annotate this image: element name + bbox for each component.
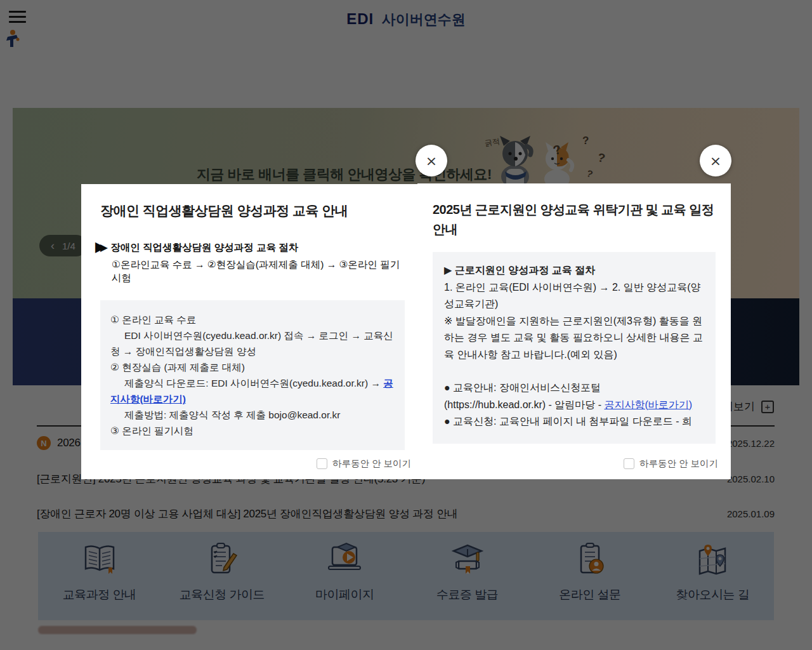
dismiss-today[interactable]: 하루동안 안 보이기	[317, 458, 411, 470]
modal-title: 장애인 직업생활상담원 양성과정 교육 안내	[100, 202, 405, 220]
procedure-heading: ▶ 장애인 직업생활상담원 양성과정 교육 절차	[100, 241, 405, 255]
close-icon[interactable]: ×	[700, 145, 731, 176]
carousel-play-icon[interactable]: ▶	[95, 239, 106, 255]
close-icon[interactable]: ×	[416, 145, 447, 176]
modal-title: 2025년 근로지원인 양성교육 위탁기관 및 교육 일정 안내	[433, 200, 716, 239]
dismiss-label: 하루동안 안 보이기	[332, 458, 411, 470]
detail-box: ▶ 근로지원인 양성과정 교육 절차 1. 온라인 교육(EDI 사이버연수원)…	[433, 252, 716, 444]
procedure-heading: ▶ 근로지원인 양성과정 교육 절차	[444, 262, 704, 279]
step2-line: ② 현장실습 (과제 제출로 대체)	[110, 359, 395, 375]
step1-line: ① 온라인 교육 수료	[110, 312, 395, 328]
dismiss-label: 하루동안 안 보이기	[639, 458, 718, 470]
info-line: ● 교육안내: 장애인서비스신청포털 (https://hub.kead.or.…	[444, 380, 704, 413]
apply-line: ● 교육신청: 교육안내 페이지 내 첨부파일 다운로드 - 희	[444, 413, 704, 430]
modal-counselor-training: 장애인 직업생활상담원 양성과정 교육 안내 ▶ 장애인 직업생활상담원 양성과…	[81, 184, 424, 479]
detail-box: ① 온라인 교육 수료 EDI 사이버연수원(cyedu.kead.or.kr)…	[100, 300, 405, 450]
procedure-line: 1. 온라인 교육(EDI 사이버연수원) → 2. 일반 양성교육(양성교육기…	[444, 279, 704, 313]
step2-submit: 제출방법: 제출양식 작성 후 제출 bojo@kead.or.kr	[110, 407, 395, 423]
step1-detail: EDI 사이버연수원(cyedu.kead.or.kr) 접속 → 로그인 → …	[110, 328, 395, 359]
step2-detail: 제출양식 다운로드: EDI 사이버연수원(cyedu.kead.or.kr) …	[110, 375, 395, 407]
procedure-steps: ①온라인교육 수료 → ②현장실습(과제제출 대체) → ③온라인 필기시험	[100, 258, 405, 285]
dismiss-checkbox[interactable]	[624, 458, 634, 469]
notice-shortcut-link[interactable]: 공지사항(바로가기)	[605, 399, 693, 410]
info-text: ● 교육안내: 장애인서비스신청포털 (https://hub.kead.or.…	[444, 382, 605, 410]
dismiss-checkbox[interactable]	[317, 458, 327, 469]
step2-detail-text: 제출양식 다운로드: EDI 사이버연수원(cyedu.kead.or.kr) …	[124, 378, 383, 388]
note-line: ※ 발달장애인을 지원하는 근로지원인(제3유형) 활동을 원하는 경우 별도 …	[444, 313, 704, 364]
step3-line: ③ 온라인 필기시험	[110, 423, 395, 439]
dismiss-today[interactable]: 하루동안 안 보이기	[624, 458, 718, 470]
modal-work-assistant-training: 2025년 근로지원인 양성교육 위탁기관 및 교육 일정 안내 ▶ 근로지원인…	[417, 183, 731, 479]
